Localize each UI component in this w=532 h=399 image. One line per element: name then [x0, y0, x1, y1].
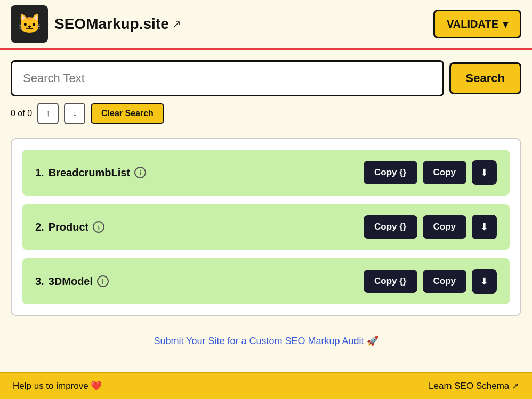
download-button-2[interactable]: ⬇: [472, 269, 497, 294]
external-link-icon: ↗: [172, 18, 181, 30]
footer-audit-link[interactable]: Submit Your Site for a Custom SEO Markup…: [154, 336, 378, 346]
validate-button[interactable]: VALIDATE ▾: [433, 10, 521, 38]
result-actions-1: Copy {} Copy ⬇: [364, 215, 497, 239]
search-next-button[interactable]: ↓: [64, 103, 85, 124]
copy-html-button-1[interactable]: Copy: [423, 215, 467, 239]
copy-json-button-2[interactable]: Copy {}: [364, 270, 417, 293]
down-arrow-icon: ↓: [72, 109, 77, 118]
result-label-0: BreadcrumbList: [49, 167, 130, 179]
result-name-2: 3. 3DModel i: [35, 275, 109, 288]
up-arrow-icon: ↑: [46, 109, 50, 118]
validate-chevron-icon: ▾: [503, 18, 508, 30]
result-actions-2: Copy {} Copy ⬇: [364, 269, 497, 294]
info-icon-1[interactable]: i: [93, 221, 104, 233]
copy-html-button-2[interactable]: Copy: [423, 270, 467, 293]
cat-emoji: 🐱: [18, 13, 42, 35]
footer-link-row: Submit Your Site for a Custom SEO Markup…: [0, 324, 532, 357]
logo-cat: 🐱: [11, 5, 48, 43]
result-label-1: Product: [49, 221, 89, 233]
download-icon-1: ⬇: [480, 221, 488, 233]
result-item: 1. BreadcrumbList i Copy {} Copy ⬇: [22, 150, 510, 196]
main-content: 1. BreadcrumbList i Copy {} Copy ⬇ 2. Pr…: [0, 129, 532, 324]
result-name-1: 2. Product i: [35, 221, 104, 233]
copy-json-button-0[interactable]: Copy {}: [364, 161, 417, 184]
result-name-0: 1. BreadcrumbList i: [35, 167, 146, 179]
clear-search-button[interactable]: Clear Search: [91, 103, 164, 124]
search-count: 0 of 0: [11, 109, 32, 118]
bottom-bar: Help us to improve ❤️ Learn SEO Schema ↗: [0, 372, 532, 399]
bottom-bar-left-text: Help us to improve ❤️: [13, 380, 102, 392]
search-area: Search 0 of 0 ↑ ↓ Clear Search: [0, 50, 532, 129]
result-actions-0: Copy {} Copy ⬇: [364, 160, 497, 185]
clear-search-label: Clear Search: [101, 109, 154, 118]
search-button-label: Search: [466, 71, 505, 85]
info-icon-0[interactable]: i: [134, 167, 146, 178]
learn-seo-schema-text: Learn SEO Schema ↗: [429, 380, 519, 392]
search-input[interactable]: [11, 60, 444, 96]
search-row: Search: [11, 60, 521, 96]
result-label-2: 3DModel: [49, 275, 93, 288]
footer-link-text: Submit Your Site for a Custom SEO Markup…: [154, 336, 378, 346]
validate-label: VALIDATE: [447, 18, 498, 30]
search-button[interactable]: Search: [449, 62, 521, 94]
copy-json-button-1[interactable]: Copy {}: [364, 215, 417, 239]
result-index-0: 1.: [35, 167, 44, 179]
header-left: 🐱 SEOMarkup.site ↗: [11, 5, 181, 43]
site-title: SEOMarkup.site: [54, 15, 169, 32]
download-icon-0: ⬇: [480, 167, 488, 178]
result-index-1: 2.: [35, 221, 44, 233]
header: 🐱 SEOMarkup.site ↗ VALIDATE ▾: [0, 0, 532, 50]
learn-seo-schema-link[interactable]: Learn SEO Schema ↗: [429, 380, 519, 392]
download-button-0[interactable]: ⬇: [472, 160, 497, 185]
results-container: 1. BreadcrumbList i Copy {} Copy ⬇ 2. Pr…: [11, 138, 521, 316]
result-index-2: 3.: [35, 275, 44, 288]
download-button-1[interactable]: ⬇: [472, 215, 497, 239]
download-icon-2: ⬇: [480, 275, 488, 287]
copy-html-button-0[interactable]: Copy: [423, 161, 467, 184]
search-controls: 0 of 0 ↑ ↓ Clear Search: [11, 96, 521, 124]
search-prev-button[interactable]: ↑: [37, 103, 59, 124]
result-item: 3. 3DModel i Copy {} Copy ⬇: [22, 258, 510, 304]
info-icon-2[interactable]: i: [97, 275, 109, 287]
result-item: 2. Product i Copy {} Copy ⬇: [22, 204, 510, 250]
site-title-link[interactable]: SEOMarkup.site ↗: [54, 15, 181, 32]
